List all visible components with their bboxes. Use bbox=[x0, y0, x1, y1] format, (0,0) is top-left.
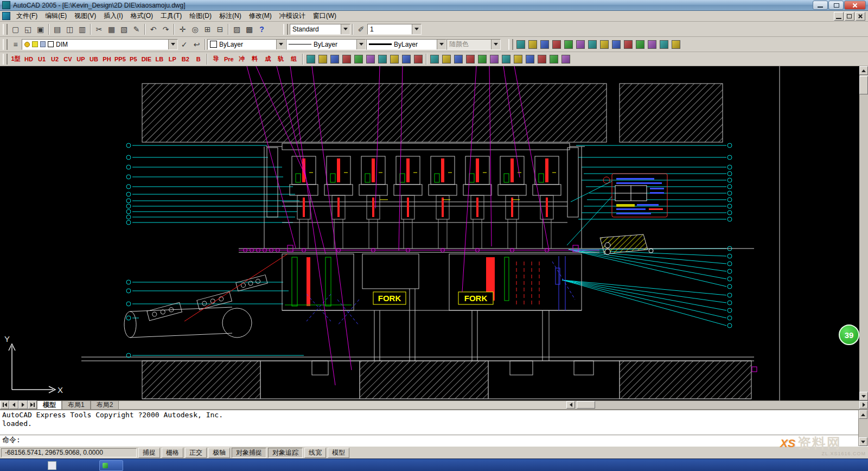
custom-tool-icon[interactable] bbox=[429, 53, 441, 65]
toggle-lineweight[interactable]: 线宽 bbox=[304, 448, 326, 458]
custom-tool-icon[interactable] bbox=[551, 39, 563, 50]
die-tool-button[interactable]: P5 bbox=[127, 54, 140, 65]
custom-tool-icon[interactable] bbox=[515, 39, 527, 50]
save-button[interactable]: ▣ bbox=[34, 23, 47, 35]
drawing-canvas[interactable]: FORK FORK bbox=[0, 66, 859, 400]
horizontal-scroll-track[interactable] bbox=[575, 401, 859, 409]
chevron-down-icon[interactable] bbox=[341, 24, 350, 34]
dim-style-combo[interactable]: 1 bbox=[367, 24, 422, 35]
layer-previous-button[interactable]: ↩ bbox=[190, 38, 203, 50]
custom-tool-icon[interactable] bbox=[622, 39, 634, 50]
die-tool-button[interactable]: B bbox=[192, 54, 205, 65]
menu-file[interactable]: 文件(F) bbox=[12, 10, 41, 22]
custom-tool-icon[interactable] bbox=[365, 53, 376, 65]
custom-tool-icon[interactable] bbox=[512, 53, 524, 65]
menu-view[interactable]: 视图(V) bbox=[71, 10, 100, 22]
mdi-minimize-button[interactable] bbox=[834, 12, 844, 21]
die-tool-button[interactable]: 1型 bbox=[9, 54, 22, 65]
lineweight-combo[interactable]: ByLayer bbox=[366, 39, 446, 50]
die-tool-button[interactable]: Pre bbox=[222, 54, 235, 65]
custom-tool-icon[interactable] bbox=[586, 39, 598, 50]
coordinate-readout[interactable]: -68156.5741, 29675.9068, 0.0000 bbox=[1, 448, 137, 457]
die-tool-button[interactable]: 成 bbox=[261, 54, 275, 65]
custom-tool-icon[interactable] bbox=[317, 53, 329, 65]
die-tool-button[interactable]: 料 bbox=[248, 54, 261, 65]
toolbar-grip[interactable] bbox=[283, 24, 288, 35]
zoom-previous-button[interactable]: ⊟ bbox=[214, 23, 226, 35]
die-tool-button[interactable]: 冲 bbox=[235, 54, 248, 65]
custom-tool-icon[interactable] bbox=[441, 53, 452, 65]
plot-button[interactable]: ▤ bbox=[51, 23, 63, 35]
command-text-area[interactable]: AutoCAD Express Tools Copyright ?2000 Au… bbox=[0, 410, 858, 446]
pan-button[interactable]: ✛ bbox=[176, 23, 189, 35]
menu-draw[interactable]: 绘图(D) bbox=[186, 10, 215, 22]
command-history[interactable]: AutoCAD Express Tools Copyright ?2000 Au… bbox=[0, 410, 858, 435]
custom-tool-icon[interactable] bbox=[658, 39, 670, 50]
menu-edit[interactable]: 编辑(E) bbox=[41, 10, 71, 22]
tab-next-button[interactable] bbox=[18, 400, 28, 409]
toolbar-grip[interactable] bbox=[3, 39, 8, 50]
die-tool-button[interactable]: B2 bbox=[179, 54, 192, 65]
toolbar-grip[interactable] bbox=[3, 54, 8, 65]
zoom-window-button[interactable]: ⊞ bbox=[201, 23, 214, 35]
cad-drawing[interactable]: FORK FORK bbox=[0, 66, 859, 400]
die-tool-button[interactable]: DIE bbox=[140, 54, 153, 65]
menu-modify[interactable]: 修改(M) bbox=[245, 10, 276, 22]
chevron-down-icon[interactable] bbox=[356, 40, 366, 49]
chevron-down-icon[interactable] bbox=[412, 24, 421, 34]
match-properties-button[interactable]: ✎ bbox=[130, 23, 143, 35]
toggle-osnap[interactable]: 对象捕捉 bbox=[232, 448, 266, 458]
custom-tool-icon[interactable] bbox=[610, 39, 622, 50]
color-combo[interactable]: ByLayer bbox=[207, 39, 286, 50]
custom-tool-icon[interactable] bbox=[527, 39, 539, 50]
tab-layout1[interactable]: 布局1 bbox=[62, 400, 91, 409]
new-button[interactable]: ▢ bbox=[9, 23, 22, 35]
help-button[interactable]: ? bbox=[256, 23, 268, 35]
zoom-realtime-button[interactable]: ◎ bbox=[189, 23, 201, 35]
custom-tool-icon[interactable] bbox=[539, 39, 551, 50]
toggle-otrack[interactable]: 对象追踪 bbox=[268, 448, 303, 458]
taskbar-icon[interactable] bbox=[48, 461, 56, 470]
die-tool-button[interactable]: LP bbox=[166, 54, 179, 65]
horizontal-scrollbar[interactable] bbox=[566, 400, 868, 409]
die-tool-button[interactable]: 组 bbox=[288, 54, 301, 65]
custom-tool-icon[interactable] bbox=[575, 39, 586, 50]
chevron-down-icon[interactable] bbox=[437, 40, 446, 49]
toolbar-grip[interactable] bbox=[3, 24, 8, 35]
custom-tool-icon[interactable] bbox=[388, 53, 400, 65]
paste-button[interactable]: ▧ bbox=[118, 23, 130, 35]
undo-button[interactable]: ↶ bbox=[147, 23, 159, 35]
die-tool-button[interactable]: PH bbox=[100, 54, 113, 65]
make-object-layer-current-button[interactable]: ✓ bbox=[178, 38, 190, 50]
properties-button[interactable]: ▨ bbox=[231, 23, 243, 35]
vertical-scroll-thumb[interactable] bbox=[859, 76, 868, 94]
chevron-down-icon[interactable] bbox=[276, 40, 285, 49]
custom-tool-icon[interactable] bbox=[376, 53, 388, 65]
layer-combo[interactable]: DIM bbox=[22, 39, 178, 50]
mdi-close-button[interactable] bbox=[856, 12, 865, 21]
tab-last-button[interactable] bbox=[28, 400, 37, 409]
publish-button[interactable]: ▥ bbox=[76, 23, 88, 35]
menu-window[interactable]: 窗口(W) bbox=[309, 10, 340, 22]
custom-tool-icon[interactable] bbox=[524, 53, 536, 65]
die-tool-button[interactable]: HD bbox=[22, 54, 35, 65]
document-icon[interactable] bbox=[2, 12, 10, 20]
die-tool-button[interactable]: CV bbox=[61, 54, 74, 65]
die-tool-button[interactable]: UB bbox=[87, 54, 100, 65]
die-tool-button[interactable]: 轨 bbox=[275, 54, 288, 65]
custom-tool-icon[interactable] bbox=[670, 39, 682, 50]
custom-tool-icon[interactable] bbox=[412, 53, 424, 65]
vertical-scrollbar[interactable] bbox=[859, 66, 868, 400]
toggle-grid[interactable]: 栅格 bbox=[162, 448, 183, 458]
custom-tool-icon[interactable] bbox=[400, 53, 412, 65]
copy-button[interactable]: ▦ bbox=[105, 23, 118, 35]
chevron-down-icon[interactable] bbox=[168, 40, 177, 49]
restore-button[interactable] bbox=[828, 1, 844, 10]
minimize-button[interactable] bbox=[813, 1, 828, 10]
tab-layout2[interactable]: 布局2 bbox=[91, 400, 119, 409]
toggle-polar[interactable]: 极轴 bbox=[208, 448, 230, 458]
plot-preview-button[interactable]: ◫ bbox=[63, 23, 76, 35]
command-prompt[interactable]: 命令: bbox=[0, 435, 858, 446]
vertical-scroll-track[interactable] bbox=[859, 75, 868, 392]
custom-tool-icon[interactable] bbox=[500, 53, 512, 65]
